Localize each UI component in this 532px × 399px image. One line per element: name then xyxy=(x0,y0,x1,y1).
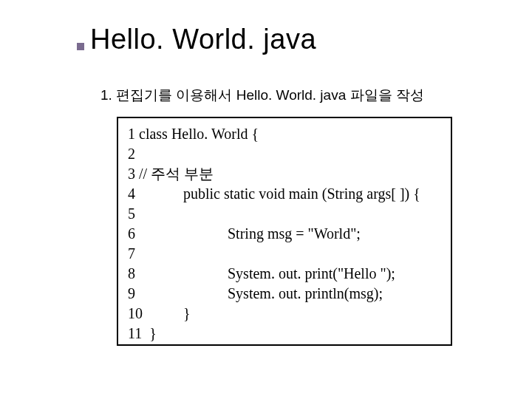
code-line: 3 // 주석 부분 xyxy=(124,164,443,184)
code-line: 8 System. out. print("Hello "); xyxy=(124,264,443,284)
slide: Hello. World. java 1. 편집기를 이용해서 Hello. W… xyxy=(0,0,532,399)
code-line: 9 System. out. println(msg); xyxy=(124,284,443,304)
title-row: Hello. World. java xyxy=(77,24,316,55)
page-title: Hello. World. java xyxy=(90,24,316,55)
code-line: 2 xyxy=(124,144,443,164)
code-line: 6 String msg = "World"; xyxy=(124,224,443,244)
code-line: 10 } xyxy=(124,304,443,324)
code-line: 1 class Hello. World { xyxy=(124,124,443,144)
code-line: 11 } xyxy=(124,324,443,344)
code-line: 4 public static void main (String args[ … xyxy=(124,184,443,204)
code-line: 5 xyxy=(124,204,443,224)
bullet-icon xyxy=(77,43,84,50)
code-line: 7 xyxy=(124,244,443,264)
subtitle: 1. 편집기를 이용해서 Hello. World. java 파일을 작성 xyxy=(100,86,424,105)
code-block: 1 class Hello. World { 2 3 // 주석 부분 4 pu… xyxy=(117,117,452,346)
